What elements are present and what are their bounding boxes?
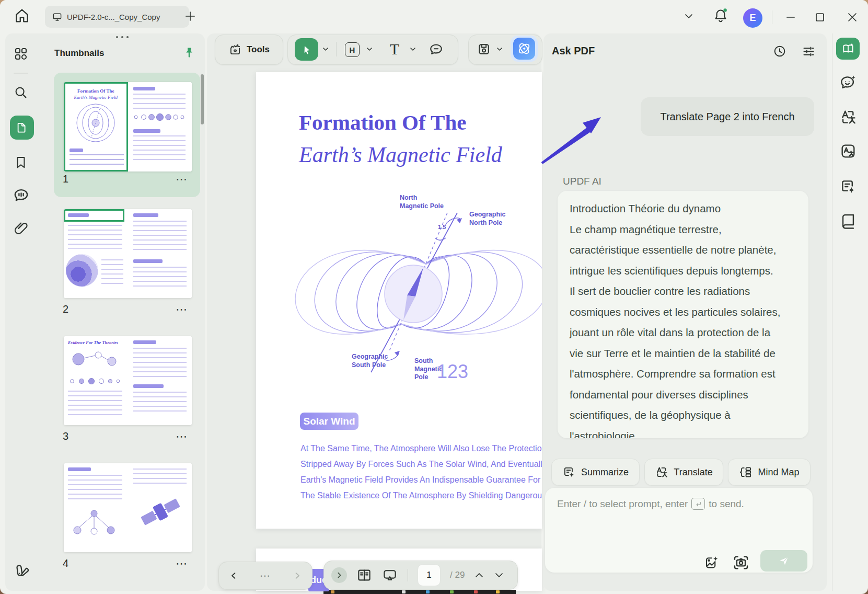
thumb1-r-lines2 <box>133 135 186 163</box>
thumbnail-2-more-button[interactable]: ⋯ <box>176 303 188 316</box>
heading-tool-chevron[interactable] <box>366 46 373 52</box>
apps-grid-icon <box>13 46 29 62</box>
panel-drag-handle[interactable] <box>116 36 135 40</box>
home-button[interactable] <box>13 7 31 25</box>
clock-icon <box>772 44 787 59</box>
nav-divider <box>408 569 408 581</box>
user-message-text: Translate Page 2 into French <box>660 111 794 123</box>
page-number-input[interactable] <box>418 564 441 586</box>
sidebar-item-apps[interactable] <box>13 46 29 62</box>
thumb2-r-lines1 <box>133 221 187 252</box>
thumb2-r-lines2 <box>133 267 187 287</box>
rail-divider <box>14 73 28 74</box>
updf-ai-button[interactable] <box>511 36 538 62</box>
tools-button[interactable]: Tools <box>215 35 283 65</box>
thumbnail-page-3[interactable]: Evidence For The Theories <box>64 336 192 425</box>
text-tool-chevron[interactable] <box>409 46 416 52</box>
chevron-left-icon[interactable] <box>229 572 238 580</box>
rail-item-translate-page[interactable] <box>839 142 857 160</box>
thumb4-tree-diagram <box>68 508 120 538</box>
thumbnail-page-1[interactable]: Formation Of The Earth's Magnetic Field <box>64 82 192 172</box>
sidebar-item-attachments[interactable] <box>14 220 29 237</box>
rail-item-ai-chat[interactable] <box>839 74 857 92</box>
toolbar-divider <box>336 42 337 56</box>
send-button[interactable] <box>760 550 807 572</box>
document-tab[interactable]: UPDF-2.0-c..._Copy_Copy <box>45 6 189 28</box>
prompt-input[interactable]: Enter / to select prompt, enter to send. <box>545 488 813 573</box>
notification-dot <box>723 8 726 12</box>
next-page-button[interactable] <box>331 567 347 583</box>
new-tab-button[interactable] <box>184 10 196 22</box>
chat-smiley-ai-icon <box>839 74 857 92</box>
label-axis-angle: 1.5 <box>438 223 446 232</box>
page-strip-nav: ⋯ <box>218 562 313 590</box>
handle-dot <box>126 36 129 38</box>
rail-item-translate[interactable] <box>839 108 857 126</box>
sidebar-item-swatches[interactable] <box>14 562 30 579</box>
sidebar-item-comments[interactable] <box>13 187 30 204</box>
sidebar-item-thumbnails[interactable] <box>10 116 34 140</box>
close-button[interactable] <box>847 12 858 23</box>
thumb3-r-lines2 <box>133 392 187 415</box>
presentation-icon[interactable] <box>381 567 398 583</box>
image-sparkle-icon <box>704 555 720 570</box>
two-page-view-icon[interactable] <box>356 567 372 583</box>
chevron-right-icon[interactable] <box>293 572 302 580</box>
thumb3-r-badge <box>133 340 156 344</box>
thumbnail-3-more-button[interactable]: ⋯ <box>176 430 188 443</box>
save-button[interactable] <box>477 42 491 56</box>
mind-map-button[interactable]: Mind Map <box>728 459 811 486</box>
save-chevron[interactable] <box>496 46 503 52</box>
taskbar-chip <box>331 590 334 593</box>
thumbnail-page-2[interactable] <box>64 209 192 298</box>
pin-thumbnails-button[interactable] <box>183 46 195 60</box>
book-ai-icon <box>841 42 855 55</box>
thumbnail-4-more-button[interactable]: ⋯ <box>176 557 188 570</box>
maximize-button[interactable] <box>814 12 826 23</box>
ai-settings-button[interactable] <box>802 44 816 59</box>
tab-title: UPDF-2.0-c..._Copy_Copy <box>67 13 160 21</box>
thumbnail-2-number: 2 <box>63 303 68 315</box>
history-button[interactable] <box>772 44 787 59</box>
summarize-label: Summarize <box>581 467 629 478</box>
heading-tool-button[interactable]: H <box>345 42 360 57</box>
thumb3-right-page <box>128 336 192 425</box>
comment-tool-button[interactable] <box>429 42 444 57</box>
sidebar-item-search[interactable] <box>13 85 29 100</box>
pdf-title-line2: Earth’s Magnetic Field <box>299 142 502 167</box>
summarize-button[interactable]: Summarize <box>551 459 640 486</box>
select-tool-button[interactable] <box>295 38 318 61</box>
minimize-button[interactable] <box>785 12 796 23</box>
thumbnail-page-4[interactable] <box>64 463 192 552</box>
chevron-down-icon[interactable] <box>494 571 504 579</box>
screenshot-button[interactable] <box>732 554 750 572</box>
thumb2-r-badge1 <box>133 213 158 217</box>
thumb2-left-page <box>64 209 128 298</box>
avatar[interactable]: E <box>743 8 762 28</box>
thumb1-left-page: Formation Of The Earth's Magnetic Field <box>64 82 128 172</box>
updf-ai-logo <box>513 38 535 60</box>
chevron-up-icon[interactable] <box>474 571 484 579</box>
text-tool-button[interactable]: T <box>387 41 402 58</box>
bookmark-icon <box>14 154 28 171</box>
chevron-down-icon <box>496 46 503 52</box>
rail-item-ask-pdf[interactable] <box>836 38 860 60</box>
page-strip-more-button[interactable]: ⋯ <box>260 569 271 582</box>
sidebar-item-bookmarks[interactable] <box>14 154 28 171</box>
thumbnails-scrollbar[interactable] <box>201 74 204 124</box>
chevron-down-icon <box>409 46 416 52</box>
thumb2-right-page <box>128 209 192 298</box>
translate-button[interactable]: Translate <box>644 459 723 486</box>
thumb1-right-page <box>128 82 192 172</box>
rail-item-reader[interactable] <box>839 212 857 230</box>
select-tool-chevron[interactable] <box>322 46 329 52</box>
notifications-button[interactable] <box>713 7 728 24</box>
thumbnail-1-more-button[interactable]: ⋯ <box>176 173 188 186</box>
thumb1-lines <box>70 154 124 167</box>
rail-item-ai-summary[interactable] <box>839 178 857 196</box>
add-image-button[interactable] <box>704 555 720 570</box>
chevron-down-icon <box>684 12 694 21</box>
pdf-title-line1: Formation Of The <box>299 110 466 135</box>
app-window: UPDF-2.0-c..._Copy_Copy E <box>0 0 868 594</box>
window-menu-chevron[interactable] <box>684 12 694 21</box>
